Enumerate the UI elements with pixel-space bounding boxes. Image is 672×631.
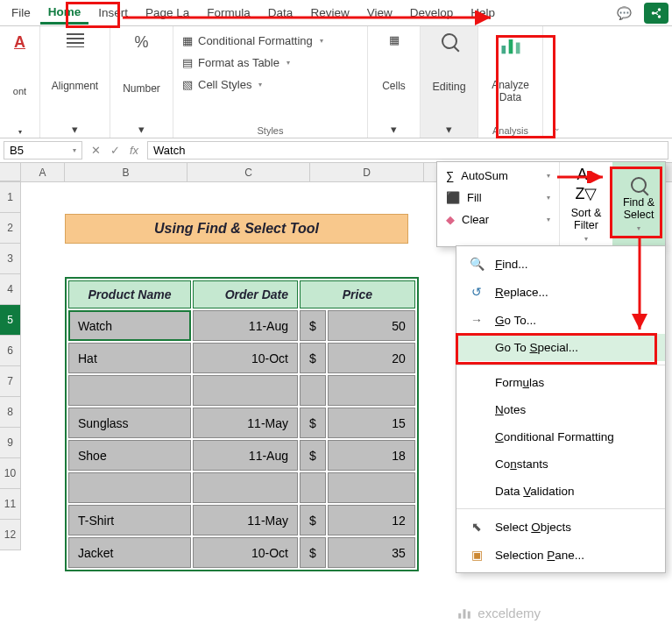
cell-product[interactable]: T-Shirt [68,505,191,535]
font-group-label: ont [13,86,26,96]
replace-icon: ↺ [469,285,485,299]
menu-select-objects[interactable]: ⬉Select Objects [456,513,665,541]
fx-icon[interactable]: fx [124,144,144,157]
row-header-7[interactable]: 7 [0,366,21,397]
name-box[interactable]: B5▾ [4,141,82,160]
fill-button[interactable]: ⬛ Fill▾ [442,189,554,206]
table-icon: ▤ [182,56,193,69]
menu-formulas[interactable]: Formulas [456,369,665,396]
select-all-corner[interactable] [0,163,21,181]
cancel-formula-icon[interactable]: ✕ [86,144,105,157]
cell-price[interactable]: 15 [328,408,415,438]
analyze-data-button[interactable] [495,32,527,60]
cells-icon: ▦ [389,33,400,46]
menu-data-validation[interactable]: Data Validation [456,478,665,505]
table-row[interactable]: Watch11-Aug$50 [68,310,415,341]
watermark: exceldemy [456,605,541,620]
cell-price[interactable]: 50 [328,310,415,341]
menu-notes[interactable]: Notes [456,396,665,423]
cell-currency[interactable]: $ [300,537,326,568]
cell-date[interactable]: 11-Aug [193,310,298,341]
tab-file[interactable]: File [4,3,39,23]
cell-product[interactable] [68,472,191,503]
tab-home[interactable]: Home [40,2,89,25]
menu-selection-pane[interactable]: ▣Selection Pane... [456,541,665,569]
table-row[interactable] [68,472,415,503]
cell-currency[interactable]: $ [300,343,326,373]
table-row[interactable]: Hat10-Oct$20 [68,343,415,373]
cell-price[interactable]: 18 [328,440,415,471]
table-row[interactable]: Jacket10-Oct$35 [68,537,415,568]
row-header-6[interactable]: 6 [0,336,21,366]
editing-button[interactable] [438,32,461,51]
table-row[interactable]: T-Shirt11-May$12 [68,505,415,535]
enter-formula-icon[interactable]: ✓ [105,144,124,157]
menu-constants[interactable]: Constants [456,450,665,478]
editing-label: Editing [432,81,465,93]
row-header-1[interactable]: 1 [0,182,21,213]
ribbon: A ont ▾ Alignment ▾ % Number ▾ ▦ Conditi… [0,26,672,138]
cell-currency[interactable]: $ [300,505,326,535]
cell-currency[interactable]: $ [300,310,326,341]
conditional-formatting-button[interactable]: ▦ Conditional Formatting▾ [180,32,325,50]
cell-product[interactable]: Watch [68,310,191,341]
number-button[interactable]: % [131,32,152,53]
cell-price[interactable]: 12 [328,505,415,535]
editing-dropdown: ∑ AutoSum▾ ⬛ Fill▾ ◆ Clear▾ A↓Z▽ Sort & … [436,161,666,247]
cell-currency[interactable] [300,472,326,503]
row-header-8[interactable]: 8 [0,397,21,428]
cell-product[interactable]: Jacket [68,537,191,568]
cell-price[interactable] [328,375,415,406]
cell-price[interactable]: 20 [328,343,415,373]
row-header-9[interactable]: 9 [0,428,21,458]
menu-cond-fmt[interactable]: Conditional Formatting [456,423,665,450]
col-header-b[interactable]: B [65,163,187,181]
cell-currency[interactable] [300,375,326,406]
col-header-a[interactable]: A [21,163,65,181]
cell-date[interactable]: 10-Oct [193,537,298,568]
table-row[interactable]: Sunglass11-May$15 [68,408,415,438]
row-header-3[interactable]: 3 [0,244,21,274]
cell-date[interactable] [193,375,298,406]
cell-styles-button[interactable]: ▧ Cell Styles▾ [180,75,325,94]
cell-date[interactable]: 11-Aug [193,440,298,471]
find-select-button[interactable]: Find & Select▾ [612,162,665,246]
cell-date[interactable]: 11-May [193,505,298,535]
menu-goto-special[interactable]: Go To Special... [456,334,665,361]
ribbon-collapse-icon[interactable]: ⌄ [554,124,561,132]
alignment-button[interactable] [63,32,88,49]
row-header-4[interactable]: 4 [0,274,21,305]
cell-date[interactable]: 10-Oct [193,343,298,373]
cell-product[interactable]: Shoe [68,440,191,471]
row-header-11[interactable]: 11 [0,489,21,520]
cell-date[interactable]: 11-May [193,408,298,438]
col-header-c[interactable]: C [187,163,310,181]
comments-icon[interactable]: 💬 [610,3,639,24]
table-row[interactable] [68,375,415,406]
table-row[interactable]: Shoe11-Aug$18 [68,440,415,471]
row-header-10[interactable]: 10 [0,458,21,489]
formula-input[interactable]: Watch [147,141,668,160]
row-header-2[interactable]: 2 [0,213,21,244]
share-button[interactable] [644,3,668,24]
cell-price[interactable]: 35 [328,537,415,568]
svg-rect-3 [501,46,506,53]
svg-rect-5 [515,43,520,54]
cell-currency[interactable]: $ [300,440,326,471]
row-header-12[interactable]: 12 [0,520,21,550]
cell-currency[interactable]: $ [300,408,326,438]
cells-button[interactable]: ▦ [386,32,403,48]
cell-product[interactable]: Sunglass [68,408,191,438]
cell-product[interactable]: Hat [68,343,191,373]
clear-button[interactable]: ◆ Clear▾ [442,211,554,228]
autosum-button[interactable]: ∑ AutoSum▾ [442,167,554,184]
row-header-5[interactable]: 5 [0,305,21,336]
th-product: Product Name [68,280,191,308]
cell-date[interactable] [193,472,298,503]
font-color-button[interactable]: A [11,32,29,53]
styles-label: Styles [258,125,284,136]
col-header-d[interactable]: D [310,163,424,181]
cell-product[interactable] [68,375,191,406]
format-as-table-button[interactable]: ▤ Format as Table▾ [180,53,325,72]
cell-price[interactable] [328,472,415,503]
